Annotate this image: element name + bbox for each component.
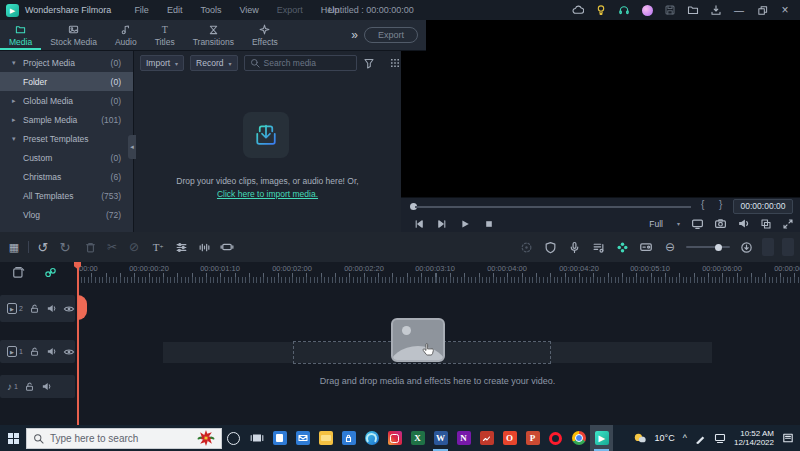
stop-button[interactable] (483, 218, 495, 230)
menu-file[interactable]: File (125, 5, 158, 15)
speaker-icon[interactable] (737, 217, 750, 230)
microsoft-store-icon[interactable] (337, 425, 360, 451)
display-device-icon[interactable] (691, 217, 704, 230)
tab-media[interactable]: Media (0, 20, 41, 50)
task-view-icon[interactable] (245, 425, 268, 451)
cloud-sync-icon[interactable] (571, 3, 585, 17)
crop-icon[interactable]: ⊘ (126, 239, 142, 255)
timeline-zoom-slider[interactable] (686, 246, 730, 248)
sidebar-item-all-templates[interactable]: All Templates (753) (0, 186, 133, 205)
panel-toggle-left-icon[interactable] (762, 238, 774, 256)
search-media-input[interactable]: Search media (244, 55, 357, 71)
sidebar-collapse-handle[interactable]: ◂ (128, 135, 136, 159)
taskbar-search-input[interactable]: Type here to search (26, 428, 222, 449)
step-back-icon[interactable] (413, 218, 425, 230)
scrubber-track[interactable] (415, 206, 691, 208)
audio-mixer-icon[interactable] (590, 239, 606, 255)
sidebar-item-preset-templates[interactable]: ▾ Preset Templates (0, 129, 133, 148)
whats-new-bulb-icon[interactable] (594, 3, 608, 17)
support-headset-icon[interactable] (617, 3, 631, 17)
grid-view-icon[interactable] (389, 57, 401, 69)
menu-view[interactable]: View (230, 5, 267, 15)
visibility-eye-icon[interactable] (63, 346, 75, 358)
excel-icon[interactable]: X (406, 425, 429, 451)
download-icon[interactable] (709, 3, 723, 17)
save-icon[interactable] (663, 3, 677, 17)
import-media-link[interactable]: Click here to import media. (134, 189, 401, 199)
track-header-video-1[interactable]: ▶ 1 (0, 340, 75, 363)
zoom-slider-handle[interactable] (715, 244, 722, 251)
temperature[interactable]: 10°C (655, 433, 675, 443)
show-hidden-icons-chevron[interactable]: ^ (683, 433, 687, 443)
tab-stock-media[interactable]: Stock Media (41, 20, 106, 50)
mute-speaker-icon[interactable] (41, 381, 52, 392)
mail-icon[interactable] (291, 425, 314, 451)
audio-wave-icon[interactable] (196, 239, 212, 255)
shield-icon[interactable] (542, 239, 558, 255)
instagram-icon[interactable] (383, 425, 406, 451)
marker-badge-icon[interactable] (638, 239, 654, 255)
undo-icon[interactable]: ↺ (35, 239, 51, 255)
sidebar-item-project-media[interactable]: ▾ Project Media (0) (0, 53, 133, 72)
opera-icon[interactable] (544, 425, 567, 451)
snapshot-camera-icon[interactable] (714, 217, 727, 230)
split-scissors-icon[interactable]: ✂ (104, 239, 120, 255)
tab-transitions[interactable]: Transitions (184, 20, 243, 50)
redo-icon[interactable]: ↻ (57, 239, 73, 255)
sidebar-item-christmas[interactable]: Christmas (6) (0, 167, 133, 186)
auto-ripple-link-icon[interactable] (44, 266, 57, 279)
network-icon[interactable] (714, 432, 726, 444)
fullscreen-icon[interactable] (782, 218, 794, 230)
action-center-icon[interactable] (782, 432, 794, 444)
tab-audio[interactable]: Audio (106, 20, 146, 50)
lock-icon[interactable] (29, 303, 40, 314)
import-media-dropzone-icon[interactable] (243, 112, 289, 158)
blue-app-icon[interactable] (268, 425, 291, 451)
visibility-eye-icon[interactable] (63, 303, 75, 315)
sidebar-item-vlog[interactable]: Vlog (72) (0, 205, 133, 224)
close-button[interactable]: × (778, 3, 792, 17)
plugin-effects-icon[interactable] (614, 239, 630, 255)
sidebar-item-sample-media[interactable]: ▸ Sample Media (101) (0, 110, 133, 129)
edge-icon[interactable] (360, 425, 383, 451)
open-project-icon[interactable] (686, 3, 700, 17)
word-icon[interactable]: W (429, 425, 452, 451)
filmora-taskbar-icon[interactable]: ▶ (590, 425, 613, 451)
chrome-icon[interactable] (567, 425, 590, 451)
voiceover-mic-icon[interactable] (566, 239, 582, 255)
lock-icon[interactable] (24, 381, 35, 392)
preview-zoom-select[interactable]: Full ▾ (648, 218, 681, 230)
mark-in-icon[interactable]: { (701, 199, 704, 210)
video-viewport[interactable] (400, 20, 800, 197)
add-text-icon[interactable]: T+ (150, 239, 166, 255)
weather-icon[interactable] (632, 431, 647, 446)
track-header-audio-1[interactable]: ♪ 1 (0, 375, 75, 398)
file-explorer-icon[interactable] (314, 425, 337, 451)
lock-icon[interactable] (29, 346, 40, 357)
zoom-fit-icon[interactable] (738, 239, 754, 255)
mute-speaker-icon[interactable] (46, 303, 57, 314)
panel-toggle-right-icon[interactable] (782, 238, 794, 256)
record-button[interactable]: Record ▾ (190, 55, 237, 71)
render-preview-icon[interactable] (518, 239, 534, 255)
pan-zoom-icon[interactable] (219, 239, 235, 255)
playhead-line[interactable] (77, 262, 79, 425)
minimize-button[interactable]: — (732, 3, 746, 17)
restore-button[interactable] (755, 3, 769, 17)
menu-tools[interactable]: Tools (191, 5, 230, 15)
step-forward-icon[interactable] (436, 218, 448, 230)
more-tabs-icon[interactable]: » (345, 28, 364, 42)
delete-icon[interactable] (82, 239, 98, 255)
add-marker-icon[interactable] (12, 266, 25, 279)
mark-out-icon[interactable]: } (719, 199, 722, 210)
sidebar-item-global-media[interactable]: ▸ Global Media (0) (0, 91, 133, 110)
office-icon[interactable]: O (498, 425, 521, 451)
import-button[interactable]: Import ▾ (140, 55, 184, 71)
mute-speaker-icon[interactable] (46, 346, 57, 357)
zoom-out-icon[interactable]: ⊖ (662, 239, 678, 255)
onenote-icon[interactable]: N (452, 425, 475, 451)
red-chart-app-icon[interactable] (475, 425, 498, 451)
color-adjust-icon[interactable] (173, 239, 189, 255)
powerpoint-icon[interactable]: P (521, 425, 544, 451)
sidebar-item-custom[interactable]: Custom (0) (0, 148, 133, 167)
